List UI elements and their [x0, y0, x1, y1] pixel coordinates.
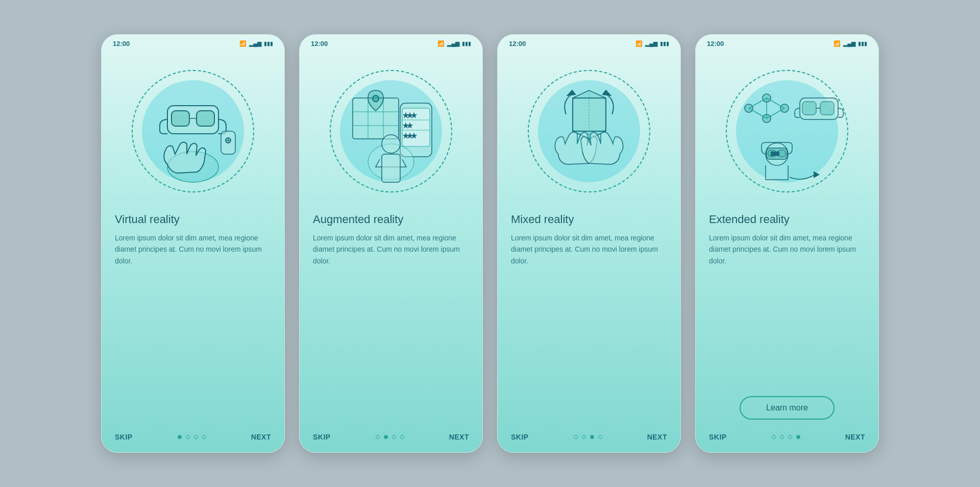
svg-line-51 — [749, 98, 767, 108]
wifi-icon-2: 📶 — [437, 40, 445, 47]
nav-dots-1 — [178, 435, 206, 439]
dot-4-1 — [772, 435, 776, 439]
screen-title-3: Mixed reality — [511, 213, 667, 226]
nav-dots-3 — [574, 435, 602, 439]
status-icons-3: 📶 ▂▄▆ ▮▮▮ — [635, 40, 669, 47]
mr-illustration-svg — [523, 65, 655, 198]
screen-body-4: Lorem ipsum dolor sit dim amet, mea regi… — [709, 232, 865, 389]
xr-illustration-svg: 360 — [721, 65, 853, 198]
dot-2-1 — [376, 435, 380, 439]
screen-body-1: Lorem ipsum dolor sit dim amet, mea regi… — [115, 232, 271, 420]
next-button-3[interactable]: NEXT — [647, 433, 667, 441]
dot-1-3 — [194, 435, 198, 439]
svg-rect-45 — [820, 102, 834, 115]
svg-rect-2 — [172, 111, 189, 126]
illustration-ar: ★★★ ★★ ★★★ — [300, 50, 482, 213]
svg-text:★★: ★★ — [404, 123, 412, 128]
skip-button-1[interactable]: SKIP — [115, 433, 133, 441]
battery-icon-4: ▮▮▮ — [858, 40, 867, 47]
dot-1-1 — [178, 435, 182, 439]
svg-text:★★★: ★★★ — [404, 113, 416, 118]
signal-icon-1: ▂▄▆ — [249, 40, 261, 47]
svg-point-14 — [373, 95, 379, 102]
nav-bar-2: SKIP NEXT — [300, 426, 482, 452]
screen-mixed-reality: 12:00 📶 ▂▄▆ ▮▮▮ — [497, 34, 681, 453]
status-bar-4: 12:00 📶 ▂▄▆ ▮▮▮ — [696, 35, 878, 50]
screen-augmented-reality: 12:00 📶 ▂▄▆ ▮▮▮ — [299, 34, 483, 453]
skip-button-4[interactable]: SKIP — [709, 433, 727, 441]
wifi-icon-4: 📶 — [834, 40, 841, 47]
svg-line-54 — [767, 108, 785, 118]
svg-text:360: 360 — [771, 151, 779, 157]
svg-point-23 — [382, 135, 400, 153]
dot-3-3 — [590, 435, 594, 439]
status-icons-4: 📶 ▂▄▆ ▮▮▮ — [834, 40, 867, 47]
status-bar-1: 12:00 📶 ▂▄▆ ▮▮▮ — [102, 35, 284, 50]
learn-more-button[interactable]: Learn more — [740, 396, 835, 420]
svg-rect-3 — [197, 111, 214, 126]
svg-line-53 — [767, 98, 785, 108]
next-button-2[interactable]: NEXT — [449, 433, 469, 441]
status-icons-1: 📶 ▂▄▆ ▮▮▮ — [239, 40, 273, 47]
status-time-1: 12:00 — [113, 40, 130, 47]
ar-illustration-svg: ★★★ ★★ ★★★ — [325, 65, 457, 198]
svg-rect-24 — [382, 154, 400, 182]
svg-rect-41 — [778, 150, 786, 157]
svg-marker-29 — [603, 90, 610, 95]
skip-button-2[interactable]: SKIP — [313, 433, 331, 441]
svg-line-52 — [749, 108, 767, 118]
illustration-vr — [102, 50, 284, 213]
dot-4-3 — [788, 435, 792, 439]
nav-dots-4 — [772, 435, 800, 439]
nav-bar-4: SKIP NEXT — [696, 426, 878, 452]
dot-4-4 — [796, 435, 800, 439]
screen-title-4: Extended reality — [709, 213, 865, 226]
screen-body-3: Lorem ipsum dolor sit dim amet, mea regi… — [511, 232, 667, 420]
signal-icon-2: ▂▄▆ — [447, 40, 459, 47]
dot-2-2 — [384, 435, 388, 439]
svg-text:★★★: ★★★ — [404, 133, 416, 138]
svg-rect-44 — [802, 102, 816, 115]
svg-marker-56 — [814, 172, 819, 177]
nav-dots-2 — [376, 435, 404, 439]
battery-icon-1: ▮▮▮ — [264, 40, 273, 47]
content-xr: Extended reality Lorem ipsum dolor sit d… — [696, 213, 878, 426]
wifi-icon-1: 📶 — [239, 40, 247, 47]
dot-2-4 — [400, 435, 404, 439]
wifi-icon-3: 📶 — [635, 40, 643, 47]
status-icons-2: 📶 ▂▄▆ ▮▮▮ — [437, 40, 471, 47]
content-mr: Mixed reality Lorem ipsum dolor sit dim … — [498, 213, 680, 426]
screen-body-2: Lorem ipsum dolor sit dim amet, mea regi… — [313, 232, 469, 420]
screen-virtual-reality: 12:00 📶 ▂▄▆ ▮▮▮ — [101, 34, 285, 453]
svg-marker-28 — [568, 90, 575, 95]
screen-title-1: Virtual reality — [115, 213, 271, 226]
battery-icon-3: ▮▮▮ — [660, 40, 669, 47]
dot-3-1 — [574, 435, 578, 439]
next-button-1[interactable]: NEXT — [251, 433, 271, 441]
vr-illustration-svg — [127, 65, 259, 198]
screen-title-2: Augmented reality — [313, 213, 469, 226]
dot-1-2 — [186, 435, 190, 439]
status-bar-3: 12:00 📶 ▂▄▆ ▮▮▮ — [498, 35, 680, 50]
nav-bar-1: SKIP NEXT — [102, 426, 284, 452]
content-ar: Augmented reality Lorem ipsum dolor sit … — [300, 213, 482, 426]
status-bar-2: 12:00 📶 ▂▄▆ ▮▮▮ — [300, 35, 482, 50]
content-vr: Virtual reality Lorem ipsum dolor sit di… — [102, 213, 284, 426]
dot-3-4 — [598, 435, 602, 439]
status-time-4: 12:00 — [707, 40, 724, 47]
status-time-3: 12:00 — [509, 40, 526, 47]
dot-1-4 — [202, 435, 206, 439]
illustration-mr — [498, 50, 680, 213]
screens-container: 12:00 📶 ▂▄▆ ▮▮▮ — [101, 34, 879, 453]
skip-button-3[interactable]: SKIP — [511, 433, 529, 441]
dot-4-2 — [780, 435, 784, 439]
dot-3-2 — [582, 435, 586, 439]
signal-icon-4: ▂▄▆ — [843, 40, 855, 47]
status-time-2: 12:00 — [311, 40, 328, 47]
next-button-4[interactable]: NEXT — [845, 433, 865, 441]
signal-icon-3: ▂▄▆ — [645, 40, 657, 47]
illustration-xr: 360 — [696, 50, 878, 213]
screen-extended-reality: 12:00 📶 ▂▄▆ ▮▮▮ 360 — [695, 34, 879, 453]
battery-icon-2: ▮▮▮ — [462, 40, 471, 47]
nav-bar-3: SKIP NEXT — [498, 426, 680, 452]
